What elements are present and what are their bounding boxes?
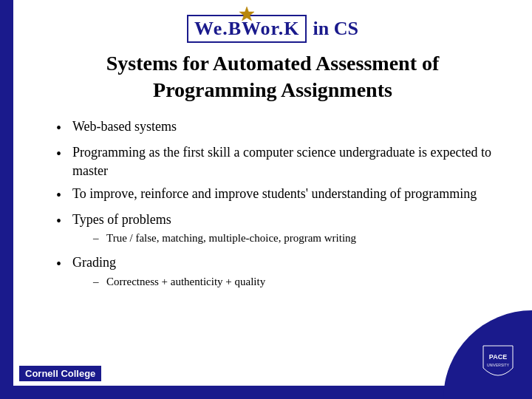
bullet-text: Types of problems – True / false, matchi…: [72, 211, 502, 249]
sub-list-item: – True / false, matching, multiple-choic…: [93, 231, 502, 246]
webwork-box: We.BWor.K: [187, 15, 307, 43]
list-item: • Types of problems – True / false, matc…: [56, 211, 502, 249]
dash-icon: –: [93, 274, 106, 290]
dash-icon: –: [93, 231, 106, 246]
title-line2: Programming Assignments: [43, 77, 502, 103]
bullet-text: Grading – Correctness + authenticity + q…: [72, 253, 502, 292]
bullet-icon: •: [56, 211, 72, 232]
bullet-list: • Web-based systems • Programming as the…: [56, 117, 502, 293]
bullet-text: Web-based systems: [72, 117, 502, 136]
star-icon: [239, 6, 255, 25]
title-line1: Systems for Automated Assessment of: [43, 50, 502, 77]
list-item: • To improve, reinforce and improve stud…: [56, 185, 502, 206]
sub-list: – True / false, matching, multiple-choic…: [72, 231, 502, 246]
list-item: • Web-based systems: [56, 117, 502, 139]
slide: We.BWor.K in CS Systems for Automated As…: [0, 0, 532, 399]
svg-text:UNIVERSITY: UNIVERSITY: [487, 363, 510, 367]
border-left: [0, 0, 13, 399]
bullet-text: To improve, reinforce and improve studen…: [72, 185, 502, 203]
bullet-text: Programming as the first skill a compute…: [72, 143, 502, 180]
sub-text: True / false, matching, multiple-choice,…: [106, 231, 502, 246]
sub-text: Correctness + authenticity + quality: [106, 274, 502, 290]
bullet-icon: •: [56, 117, 72, 139]
header: We.BWor.K in CS: [43, 15, 502, 43]
header-suffix: in CS: [313, 18, 358, 40]
bullet-icon: •: [56, 185, 72, 206]
list-item: • Grading – Correctness + authenticity +…: [56, 253, 502, 292]
svg-marker-0: [239, 7, 254, 21]
pace-logo: PACE UNIVERSITY: [482, 344, 514, 383]
svg-text:PACE: PACE: [489, 353, 507, 361]
content-area: • Web-based systems • Programming as the…: [56, 117, 502, 293]
slide-title: Systems for Automated Assessment of Prog…: [43, 50, 502, 104]
list-item: • Programming as the first skill a compu…: [56, 143, 502, 180]
pace-shield-icon: PACE UNIVERSITY: [482, 344, 514, 383]
bullet-icon: •: [56, 253, 72, 275]
cornell-college-label: Cornell College: [18, 364, 103, 383]
bullet-icon: •: [56, 143, 72, 165]
sub-list-item: – Correctness + authenticity + quality: [93, 274, 502, 290]
sub-list: – Correctness + authenticity + quality: [72, 274, 502, 290]
